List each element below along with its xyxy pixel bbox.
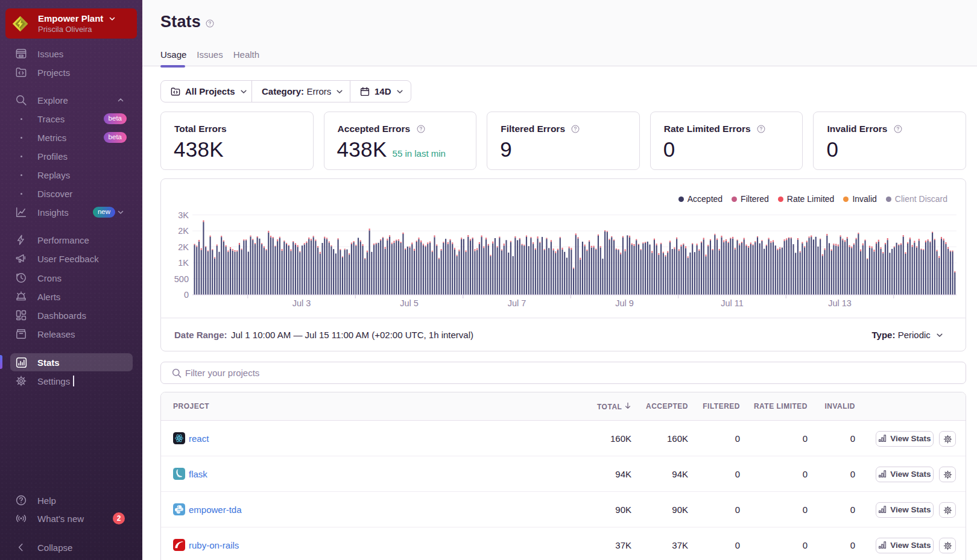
svg-text:3K: 3K xyxy=(178,210,189,220)
svg-text:Jul 11: Jul 11 xyxy=(721,298,744,308)
svg-text:0: 0 xyxy=(184,290,189,300)
svg-text:Jul 5: Jul 5 xyxy=(400,298,419,308)
svg-text:Jul 7: Jul 7 xyxy=(508,298,526,308)
svg-text:2K: 2K xyxy=(178,242,189,252)
svg-text:Jul 13: Jul 13 xyxy=(828,298,852,308)
svg-text:Jul 9: Jul 9 xyxy=(615,298,634,308)
svg-text:500: 500 xyxy=(174,274,189,284)
svg-text:1K: 1K xyxy=(178,258,189,268)
svg-text:2K: 2K xyxy=(178,226,189,236)
svg-text:Jul 3: Jul 3 xyxy=(292,298,311,308)
